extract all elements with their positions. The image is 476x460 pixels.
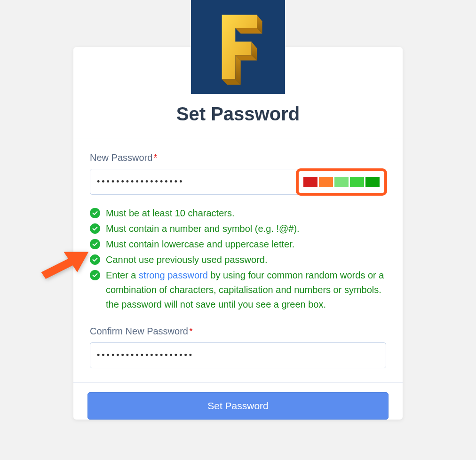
set-password-card: Set Password New Password* Must be at le… xyxy=(73,47,403,420)
card-body: New Password* Must be at least 10 charac… xyxy=(73,138,403,383)
check-icon xyxy=(90,208,100,218)
set-password-button[interactable]: Set Password xyxy=(87,392,389,420)
strength-segment-2 xyxy=(319,177,333,187)
check-icon xyxy=(90,254,100,265)
password-strength-meter xyxy=(296,168,387,196)
check-icon xyxy=(90,223,100,234)
new-password-label: New Password* xyxy=(90,152,386,163)
confirm-password-label: Confirm New Password* xyxy=(90,326,386,337)
page-title: Set Password xyxy=(73,103,403,125)
strength-segment-5 xyxy=(365,177,380,187)
rule-text: Must be at least 10 characters. xyxy=(106,206,234,221)
rule-item: Must contain a number and symbol (e.g. !… xyxy=(90,222,386,236)
rule-item: Must be at least 10 characters. xyxy=(90,206,386,221)
rule-item: Cannot use previously used password. xyxy=(90,253,386,267)
strong-password-link[interactable]: strong password xyxy=(139,270,208,280)
strength-segment-4 xyxy=(350,177,364,187)
rule-item: Enter a strong password by using four co… xyxy=(90,268,386,312)
check-icon xyxy=(90,270,100,280)
password-rules-list: Must be at least 10 characters. Must con… xyxy=(90,206,386,312)
confirm-password-input[interactable] xyxy=(90,342,386,368)
brand-logo xyxy=(191,0,285,94)
strength-segment-1 xyxy=(303,177,317,187)
rule-text: Cannot use previously used password. xyxy=(106,253,268,267)
new-password-input-wrap xyxy=(90,169,386,195)
letter-f-icon xyxy=(210,9,266,85)
strength-segment-3 xyxy=(334,177,349,187)
rule-text: Enter a strong password by using four co… xyxy=(106,268,386,312)
check-icon xyxy=(90,239,100,249)
rule-text: Must contain lowercase and uppercase let… xyxy=(106,237,294,252)
card-footer: Set Password xyxy=(73,383,403,420)
rule-text: Must contain a number and symbol (e.g. !… xyxy=(106,222,300,236)
rule-item: Must contain lowercase and uppercase let… xyxy=(90,237,386,252)
